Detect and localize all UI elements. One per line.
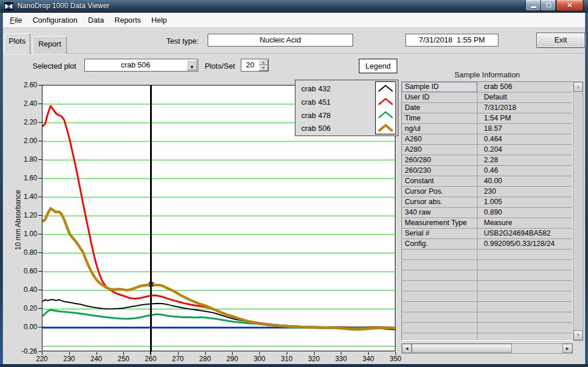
title-bar[interactable]: NanoDrop 1000 Data Viewer ✕ <box>0 0 588 13</box>
table-row[interactable]: 260/2802.28 <box>402 155 572 166</box>
selected-plot-value: crab 506 <box>85 59 186 71</box>
x-tick-label: 300 <box>248 355 271 363</box>
tab-plots[interactable]: Plots <box>4 33 30 54</box>
table-vertical-scrollbar[interactable]: ▲ ▼ <box>573 81 583 341</box>
row-label <box>402 312 477 322</box>
row-value: 40.00 <box>477 176 572 186</box>
y-tick-label: 0.20 <box>16 304 37 312</box>
legend-marker-icon <box>379 85 393 91</box>
test-type-label: Test type: <box>166 37 199 45</box>
row-label: ng/ul <box>402 124 477 134</box>
series-crab-506 <box>42 208 396 329</box>
table-row[interactable]: User IDDefault <box>402 92 572 103</box>
row-value: 2.28 <box>477 155 572 165</box>
row-value: 7/31/2018 <box>477 103 572 113</box>
row-label: A260 <box>402 134 477 144</box>
table-row-empty[interactable] <box>402 333 572 341</box>
exit-button[interactable]: Exit <box>536 33 585 48</box>
y-tick-label: 2.40 <box>16 99 37 108</box>
panel-divider <box>3 54 585 55</box>
scroll-left-icon: ◄ <box>402 344 411 353</box>
x-tick <box>42 352 42 355</box>
table-row[interactable]: A2600.464 <box>402 134 572 145</box>
row-label: 340 raw <box>402 208 477 218</box>
menu-item-data[interactable]: Data <box>83 13 109 27</box>
table-row[interactable]: Serial #USB2G24694BA582 <box>402 229 572 239</box>
table-row[interactable]: Sample IDcrab 506 <box>402 82 572 92</box>
table-row-empty[interactable] <box>402 260 572 270</box>
table-row-empty[interactable] <box>402 270 572 281</box>
legend-item-crab-478: crab 478 <box>301 109 331 122</box>
spin-up-button[interactable]: ▲ <box>259 59 268 65</box>
menu-item-reports[interactable]: Reports <box>109 13 147 27</box>
table-row-empty[interactable] <box>402 323 572 333</box>
tab-report[interactable]: Report <box>33 36 67 54</box>
row-value: 0.46 <box>477 166 572 176</box>
table-row[interactable]: Date7/31/2018 <box>402 103 572 113</box>
scrollbar-down-button[interactable]: ▼ <box>573 330 583 340</box>
x-tick-label: 280 <box>194 355 217 363</box>
table-row-empty[interactable] <box>402 291 572 302</box>
x-tick <box>368 352 369 355</box>
app-window: NanoDrop 1000 Data Viewer ✕ FileConfigur… <box>0 0 588 367</box>
x-tick-label: 350 <box>384 355 407 363</box>
datetime-field[interactable]: 7/31/2018 1:55 PM <box>405 34 498 47</box>
spin-down-button[interactable]: ▼ <box>259 65 268 71</box>
x-tick-label: 320 <box>302 355 326 363</box>
close-button[interactable]: ✕ <box>556 0 583 11</box>
menu-item-help[interactable]: Help <box>146 13 172 27</box>
table-row[interactable]: Time1:54 PM <box>402 113 572 124</box>
table-row[interactable]: Cursor Pos.230 <box>402 187 572 197</box>
y-tick <box>38 234 42 234</box>
app-icon <box>4 2 13 10</box>
menu-item-file[interactable]: File <box>5 13 27 27</box>
dropdown-button[interactable]: ▼ <box>187 60 197 70</box>
series-crab-432 <box>42 300 396 329</box>
y-tick-label: 2.00 <box>16 137 37 145</box>
table-row[interactable]: A2800.204 <box>402 145 572 155</box>
table-row-empty[interactable] <box>402 312 572 323</box>
row-value: 230 <box>477 187 572 197</box>
menu-item-configuration[interactable]: Configuration <box>27 13 83 27</box>
row-value <box>477 281 572 291</box>
table-row-empty[interactable] <box>402 281 572 291</box>
scrollbar-left-button[interactable]: ◄ <box>402 344 412 353</box>
table-row[interactable]: 260/2300.46 <box>402 166 572 176</box>
row-label: Time <box>402 113 477 123</box>
x-tick-label: 340 <box>357 355 380 363</box>
plots-set-spinner[interactable]: 20 ▲ ▼ <box>241 59 269 72</box>
y-tick-label: 2.20 <box>16 118 37 126</box>
scroll-right-icon: ► <box>563 344 572 353</box>
row-value: 0.992095/0.33/128/24 <box>477 239 572 249</box>
y-tick <box>38 197 42 197</box>
table-row[interactable]: ng/ul18.57 <box>402 124 572 134</box>
y-tick <box>38 290 42 290</box>
legend-button[interactable]: Legend <box>359 59 397 73</box>
maximize-icon <box>546 3 551 8</box>
table-row-empty[interactable] <box>402 302 572 312</box>
legend-item-crab-506: crab 506 <box>301 122 331 135</box>
row-label <box>402 333 477 341</box>
y-tick <box>38 252 42 253</box>
scrollbar-thumb[interactable] <box>412 344 512 353</box>
selected-plot-dropdown[interactable]: crab 506 ▼ <box>84 59 198 72</box>
scrollbar-right-button[interactable]: ► <box>562 344 572 353</box>
table-row-empty[interactable] <box>402 250 572 260</box>
minimize-button[interactable] <box>525 0 541 11</box>
row-label <box>402 291 477 301</box>
spin-up-icon: ▲ <box>259 60 268 65</box>
table-row[interactable]: Config.0.992095/0.33/128/24 <box>402 239 572 250</box>
table-row[interactable]: Cursor abs.1.005 <box>402 197 572 208</box>
table-row[interactable]: Measurement TypeMeasure <box>402 218 572 229</box>
test-type-field[interactable]: Nucleic Acid <box>208 34 353 47</box>
row-value: Measure <box>477 218 572 228</box>
cursor-line[interactable] <box>150 85 151 355</box>
scrollbar-up-button[interactable]: ▲ <box>573 82 583 92</box>
x-tick <box>97 352 97 355</box>
y-tick-label: 1.00 <box>16 230 37 238</box>
table-horizontal-scrollbar[interactable]: ◄ ► <box>401 343 573 354</box>
table-row[interactable]: Constant40.00 <box>402 176 572 187</box>
table-row[interactable]: 340 raw0.890 <box>402 208 572 218</box>
minimize-icon <box>531 6 536 8</box>
maximize-button[interactable] <box>540 0 556 11</box>
